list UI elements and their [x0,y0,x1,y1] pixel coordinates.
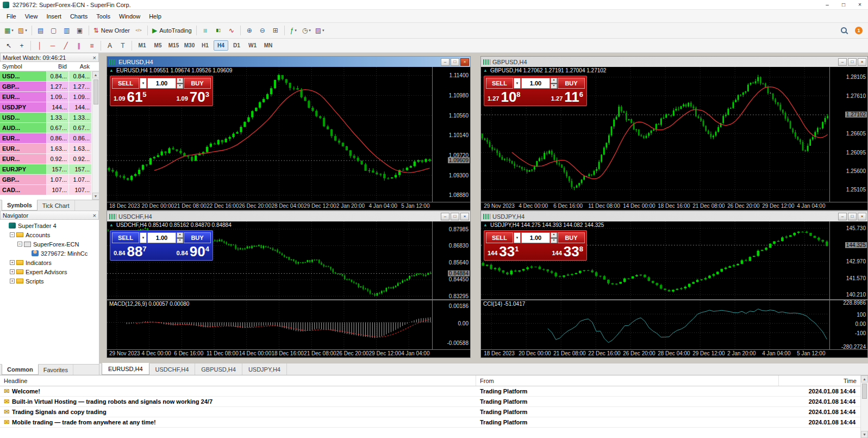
volume-input[interactable]: 1.00 [521,78,550,89]
volume-dropdown-button[interactable]: ▼ [514,78,521,89]
volume-stepper[interactable]: ▲▼ [551,78,557,89]
window-maximize-button[interactable]: □ [835,0,852,9]
one-click-toggle-icon[interactable]: ▲ [109,223,114,227]
indicator-axis[interactable]: 0.001860.00-0.00588 [432,299,470,349]
metaeditor-button[interactable]: </> [133,24,145,36]
buy-button[interactable]: BUY [184,78,211,89]
buy-button[interactable]: BUY [558,78,585,89]
expander-plus-icon[interactable]: + [10,279,15,283]
chart-close-button[interactable]: × [460,58,469,66]
expander-minus-icon[interactable]: − [10,232,15,237]
stepper-up-icon[interactable]: ▲ [551,78,557,83]
titlebar[interactable]: 3279672: SuperForex-ECN - SuperFin Corp.… [0,0,868,10]
autotrading-button[interactable]: ▶AutoTrading [151,24,193,36]
periods-button[interactable]: ◷▾ [301,24,313,36]
stepper-down-icon[interactable]: ▼ [551,238,557,244]
market-watch-titlebar[interactable]: Market Watch: 09:46:21 [0,53,99,62]
tree-item-scripts[interactable]: +Scripts [0,276,99,286]
tree-item-expert-advisors[interactable]: +Expert Advisors [0,267,99,276]
menu-charts[interactable]: Charts [66,10,92,22]
trendline-button[interactable]: ╱ [60,40,72,52]
stepper-up-icon[interactable]: ▲ [177,232,183,238]
timeframe-h4-button[interactable]: H4 [214,40,228,51]
navigator-close-icon[interactable] [93,212,96,219]
window-minimize-button[interactable]: – [819,0,835,9]
timeframe-m15-button[interactable]: M15 [166,40,181,51]
expander-plus-icon[interactable]: + [10,260,15,265]
terminal-row[interactable]: Trading Signals and copy tradingTrading … [0,407,868,417]
timeframe-m5-button[interactable]: M5 [151,40,165,51]
chart-window-titlebar[interactable]: USDJPY,H4–□× [481,211,867,221]
timeframe-m1-button[interactable]: M1 [135,40,149,51]
notification-badge[interactable]: 1 [855,27,863,34]
tree-item-superforex-ecn[interactable]: −SuperForex-ECN [0,239,99,249]
volume-stepper[interactable]: ▲▼ [177,78,183,89]
market-watch-row[interactable]: GBP...1.07...1.07... [0,175,92,185]
terminal-row[interactable]: Mobile trading — trade from anywhere at … [0,417,868,428]
market-watch-tab-symbols[interactable]: Symbols [2,200,38,211]
terminal-button[interactable]: ▣ [74,24,86,36]
scroll-up-icon[interactable] [92,71,99,78]
volume-stepper[interactable]: ▲▼ [177,232,183,243]
templates-button[interactable]: ▨▾ [314,24,326,36]
new-order-button[interactable]: ⇅New Order [92,24,132,36]
menu-help[interactable]: Help [145,10,166,22]
volume-dropdown-button[interactable]: ▼ [140,232,147,243]
navigator-button[interactable]: ▥ [61,24,73,36]
chart-tab-usdjpy-h4[interactable]: USDJPY,H4 [242,363,287,375]
price-axis[interactable]: 1.281051.276101.266051.260951.256001.251… [829,67,867,202]
chart-window-titlebar[interactable]: USDCHF,H4–□× [107,211,470,221]
time-axis[interactable]: 29 Nov 20234 Dec 00:006 Dec 16:0011 Dec … [481,202,867,210]
market-watch-row[interactable]: AUD...0.67...0.67... [0,123,92,133]
expander-minus-icon[interactable]: − [17,242,22,246]
line-chart-button[interactable]: ∿ [226,24,238,36]
chart-close-button[interactable]: × [858,213,866,220]
chart-plot-area[interactable]: ▲GBPUSD,H4 1.27062 1.27191 1.27004 1.271… [481,67,829,202]
window-close-button[interactable]: × [852,0,868,9]
zoom-in-button[interactable]: ⊕ [243,24,255,36]
horizontal-line-button[interactable]: ─ [47,40,59,52]
volume-dropdown-button[interactable]: ▼ [140,78,147,89]
candle-chart-button[interactable]: ▮▯ [213,24,224,36]
indicator-axis[interactable]: 228.89861000.00-100-280.2724 [829,299,867,349]
expander-plus-icon[interactable]: + [10,269,15,274]
tile-windows-button[interactable]: ⊞ [270,24,282,36]
chart-restore-button[interactable]: □ [451,213,459,220]
scroll-down-icon[interactable] [92,193,99,200]
new-chart-button[interactable]: ▦▾ [3,24,15,36]
timeframe-mn-button[interactable]: MN [261,40,276,51]
chart-tab-eurusd-h4[interactable]: EURUSD,H4 [102,363,149,375]
terminal-column-time[interactable]: Time [779,375,860,386]
menu-window[interactable]: Window [115,10,145,22]
market-watch-row[interactable]: EUR...1.09...1.09... [0,92,92,102]
time-axis[interactable]: 29 Nov 20234 Dec 00:006 Dec 16:0011 Dec … [107,349,470,357]
chart-window-titlebar[interactable]: GBPUSD,H4–□× [481,57,867,67]
chart-plot-area[interactable]: ▲EURUSD,H4 1.09551 1.09674 1.09526 1.096… [107,67,432,202]
chart-tab-gbpusd-h4[interactable]: GBPUSD,H4 [195,363,242,375]
chart-tab-usdchf-h4[interactable]: USDCHF,H4 [149,363,196,375]
scroll-down-icon[interactable] [861,431,868,438]
bar-chart-button[interactable]: ||| [199,24,211,36]
market-watch-row[interactable]: USDJPY144...144... [0,102,92,113]
sell-button[interactable]: SELL [112,78,139,89]
terminal-scrollbar[interactable] [860,375,868,438]
search-button[interactable] [838,24,850,36]
indicator-pane[interactable]: CCI(14) -51.0417 [481,299,829,349]
menu-tools[interactable]: Tools [92,10,115,22]
timeframe-h1-button[interactable]: H1 [198,40,213,51]
volume-input[interactable]: 1.00 [147,232,176,243]
navigator-tab-favorites[interactable]: Favorites [39,365,73,375]
chart-plot-area[interactable]: ▲USDJPY,H4 144.275 144.393 144.082 144.3… [481,221,829,299]
timeframe-w1-button[interactable]: W1 [245,40,260,51]
profiles-button[interactable]: ▧▾ [16,24,29,36]
crosshair-button[interactable]: + [16,40,28,52]
fibonacci-button[interactable]: ≡ [86,40,98,52]
chart-window-titlebar[interactable]: EURUSD,H4–□× [107,57,470,67]
scroll-thumb[interactable] [862,384,867,399]
cursor-button[interactable]: ↖ [3,40,15,52]
chart-plot-area[interactable]: ▲USDCHF,H4 0.85140 0.85162 0.84870 0.848… [107,221,432,299]
market-watch-row[interactable]: EUR...1.63...1.63... [0,144,92,154]
chart-close-button[interactable]: × [858,58,866,66]
chart-minimize-button[interactable]: – [838,213,847,220]
chart-minimize-button[interactable]: – [441,213,449,220]
